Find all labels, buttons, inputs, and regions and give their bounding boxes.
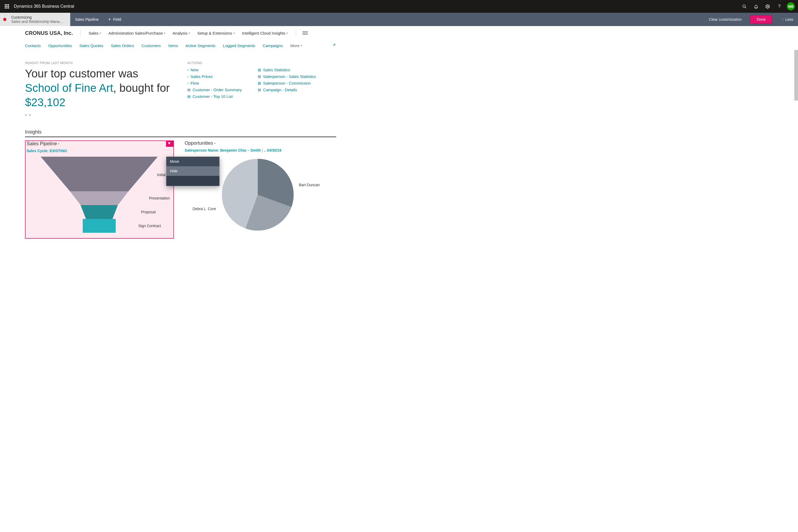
action-salesperson-commission[interactable]: ▤Salesperson - Commission — [258, 81, 316, 86]
help-button[interactable]: ? — [774, 0, 785, 13]
chevron-right-icon: › — [187, 75, 188, 78]
customize-tab-sales-pipeline[interactable]: Sales Pipeline — [70, 13, 103, 26]
menu-administration[interactable]: Administration Sales/Purchase▾ — [105, 31, 169, 35]
pie-label-debra: Debra L. Core — [193, 207, 216, 211]
funnel-label: Sign Contract — [138, 224, 161, 228]
nav-sales-quotes[interactable]: Sales Quotes — [76, 43, 107, 48]
card-subtitle[interactable]: Salesperson Name: Benjamin Chiu – Smith … — [185, 148, 336, 152]
nav-contacts[interactable]: Contacts — [25, 43, 44, 48]
company-name[interactable]: CRONUS USA, Inc. — [25, 30, 80, 36]
action-sales-statistics[interactable]: ▤Sales Statistics — [258, 68, 316, 72]
funnel-label: Initial — [157, 173, 166, 177]
done-button[interactable]: Done — [750, 15, 772, 24]
search-button[interactable] — [738, 0, 750, 13]
ctxmenu-move[interactable]: Move — [166, 157, 220, 166]
nav-campaigns[interactable]: Campaigns — [259, 43, 287, 48]
customize-bar: Customizing Sales and Relationship Mana…… — [0, 13, 798, 26]
menu-analysis[interactable]: Analysis▾ — [169, 31, 194, 35]
app-title: Dynamics 365 Business Central — [14, 4, 74, 9]
expand-button[interactable] — [332, 43, 336, 49]
insights-section-title: Insights — [25, 129, 336, 137]
nav-opportunities[interactable]: Opportunities — [44, 43, 76, 48]
nav-more[interactable]: More▾ — [286, 43, 305, 48]
divider — [80, 30, 81, 36]
report-icon: ▤ — [258, 68, 261, 72]
menu-sales[interactable]: Sales▾ — [85, 31, 105, 35]
chevron-right-icon: › — [187, 68, 188, 72]
svg-point-0 — [743, 5, 745, 7]
svg-marker-4 — [70, 191, 129, 205]
menu-setup-extensions[interactable]: Setup & Extensions▾ — [194, 31, 238, 35]
svg-marker-3 — [41, 157, 158, 191]
clear-customization-link[interactable]: Clear customization — [704, 13, 746, 26]
insight-caption: INSIGHT FROM LAST MONTH — [25, 61, 174, 65]
menu-intelligent-cloud[interactable]: Intelligent Cloud Insights▾ — [238, 31, 291, 35]
chevron-right-icon: › — [187, 81, 188, 85]
report-icon: ▤ — [187, 88, 190, 92]
nav-logged-segments[interactable]: Logged Segments — [219, 43, 259, 48]
recording-dot-icon — [3, 18, 6, 21]
add-field-button[interactable]: + Field — [103, 13, 126, 26]
less-toggle[interactable]: 〈 Less — [776, 13, 798, 26]
pager-dot[interactable] — [25, 114, 27, 116]
funnel-label: Presentation — [149, 196, 170, 200]
funnel-chart: Move Hide Initial Presentation Pro — [26, 157, 172, 236]
action-salesperson-statistics[interactable]: ▤Salesperson - Sales Statistics — [258, 74, 316, 79]
card-sales-pipeline[interactable]: Sales Pipeline▾ Sales Cycle: EXISTING Mo… — [25, 140, 174, 239]
bell-icon — [754, 4, 758, 9]
app-launcher-button[interactable] — [2, 4, 12, 8]
action-campaign-details[interactable]: ▤Campaign - Details — [258, 88, 316, 92]
primary-menu: CRONUS USA, Inc. Sales▾ Administration S… — [25, 26, 336, 40]
action-flow[interactable]: ›Flow — [187, 81, 242, 86]
nav-active-segments[interactable]: Active Segments — [182, 43, 219, 48]
waffle-icon — [5, 4, 9, 8]
nav-customers[interactable]: Customers — [138, 43, 165, 48]
pie-shape[interactable] — [222, 159, 294, 231]
chevron-down-icon: ▾ — [58, 142, 59, 145]
gear-icon — [765, 4, 770, 9]
customize-status-line2: Sales and Relationship Mana… — [11, 19, 63, 24]
action-new[interactable]: ›New — [187, 68, 242, 72]
card-title[interactable]: Sales Pipeline▾ — [26, 141, 172, 147]
svg-point-2 — [767, 6, 768, 7]
action-sales-prices[interactable]: ›Sales Prices — [187, 74, 242, 79]
add-field-label: Field — [113, 17, 121, 22]
action-customer-top10[interactable]: ▤Customer - Top 10 List — [187, 94, 242, 99]
action-customer-order-summary[interactable]: ▤Customer - Order Summary — [187, 88, 242, 92]
chevron-down-icon: ▾ — [301, 44, 302, 47]
report-icon: ▤ — [187, 94, 190, 98]
app-topbar: Dynamics 365 Business Central ? MB — [0, 0, 798, 13]
card-subtitle[interactable]: Sales Cycle: EXISTING — [26, 149, 172, 153]
actions-caption: ACTIONS — [187, 61, 316, 65]
ctxmenu-hide[interactable]: Hide — [166, 166, 220, 176]
plus-icon: + — [108, 17, 111, 22]
overflow-menu-button[interactable] — [302, 32, 308, 35]
insight-pager — [25, 114, 174, 116]
svg-rect-6 — [83, 219, 116, 233]
funnel-label: Proposal — [141, 210, 156, 214]
nav-items[interactable]: Items — [165, 43, 182, 48]
nav-sales-orders[interactable]: Sales Orders — [107, 43, 138, 48]
scrollbar-thumb[interactable] — [794, 50, 798, 100]
ctxmenu-spacer — [166, 176, 220, 186]
funnel-stage-initial[interactable] — [33, 157, 166, 191]
page-body: CRONUS USA, Inc. Sales▾ Administration S… — [0, 26, 794, 532]
chevron-down-icon: ▾ — [189, 32, 190, 35]
chevron-down-icon: ▾ — [214, 142, 215, 145]
report-icon: ▤ — [258, 81, 261, 85]
card-opportunities[interactable]: Opportunities▾ Salesperson Name: Benjami… — [185, 140, 336, 241]
customize-handle[interactable] — [166, 140, 174, 147]
chevron-down-icon: ▾ — [164, 32, 165, 35]
user-avatar[interactable]: MB — [787, 2, 795, 11]
funnel-stage-presentation[interactable] — [33, 191, 166, 205]
settings-button[interactable] — [762, 0, 774, 13]
pager-dot-active[interactable] — [29, 114, 31, 116]
card-context-menu: Move Hide — [166, 157, 220, 186]
card-title[interactable]: Opportunities▾ — [185, 140, 336, 146]
insight-customer-link[interactable]: School of Fine Art — [25, 82, 113, 94]
report-icon: ▤ — [258, 88, 261, 92]
notifications-button[interactable] — [750, 0, 762, 13]
svg-line-1 — [745, 7, 746, 8]
divider — [296, 30, 296, 36]
chevron-down-icon: ▾ — [286, 32, 288, 35]
